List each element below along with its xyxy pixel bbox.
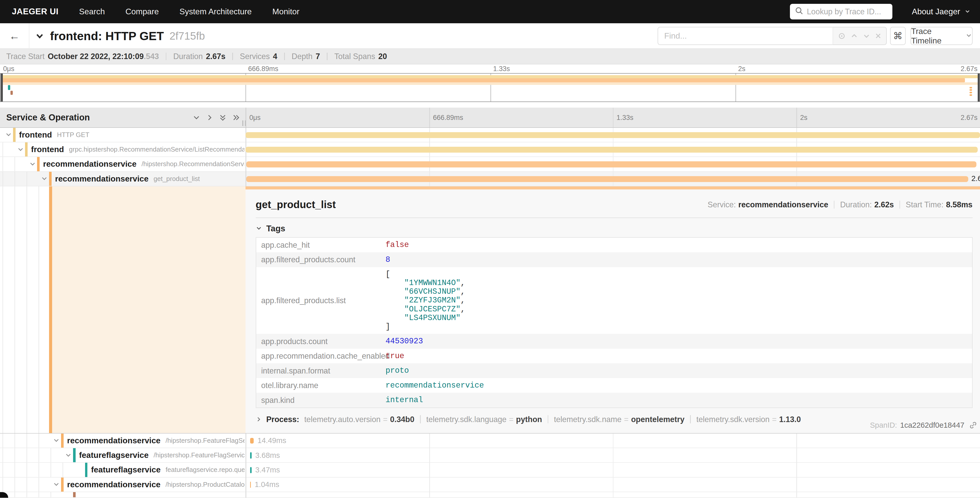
top-nav: JAEGER UI SearchCompareSystem Architectu…	[0, 0, 980, 23]
minimap-left-scrubber[interactable]	[1, 73, 3, 102]
indent-guide	[51, 492, 51, 498]
minimap-tick-label: 2.67s	[961, 65, 977, 73]
detail-meta-label: Duration:	[840, 200, 872, 209]
chevron-down-icon	[965, 7, 970, 16]
span-row[interactable]: recommendationservice/hipstershop.Produc…	[0, 477, 980, 492]
expand-all-icon[interactable]	[232, 113, 240, 122]
span-row[interactable]: frontendHTTP GET	[0, 128, 980, 142]
span-detail-panel: get_product_list Service:recommendations…	[245, 186, 980, 434]
nav-item-compare[interactable]: Compare	[126, 7, 159, 16]
expand-one-icon[interactable]	[206, 113, 214, 122]
tags-section-label: Tags	[266, 224, 285, 233]
chevron-down-icon[interactable]	[29, 161, 36, 168]
span-duration-label: 1.04ms	[255, 480, 279, 489]
tag-value: 8	[385, 252, 390, 267]
next-match-icon[interactable]	[863, 32, 870, 40]
span-row[interactable]: recommendationserviceget_product_list2.6…	[0, 172, 980, 186]
clear-find-icon[interactable]	[875, 32, 881, 39]
minimap-canvas[interactable]	[0, 73, 980, 102]
span-duration-bar[interactable]	[246, 161, 976, 167]
span-operation-name: /hipstershop.FeatureFlagService/Ge...	[154, 452, 244, 459]
span-duration-bar[interactable]	[246, 176, 968, 182]
span-duration-bar[interactable]	[250, 467, 251, 473]
prev-match-icon[interactable]	[851, 32, 858, 40]
link-icon[interactable]	[969, 421, 977, 429]
span-row[interactable]: featureflagservicefeatureflagservice.rep…	[0, 463, 980, 477]
span-operation-name: grpc.hipstershop.RecommendationService/L…	[69, 146, 244, 153]
indent-guide	[3, 477, 3, 492]
separator	[420, 415, 420, 423]
chevron-down-icon[interactable]	[17, 146, 24, 153]
minimap-right-scrubber[interactable]	[978, 73, 980, 102]
process-value: opentelemetry	[631, 415, 684, 424]
span-service-name: recommendationservice	[55, 174, 149, 184]
trace-lookup[interactable]	[790, 4, 892, 19]
chevron-down-icon[interactable]	[41, 176, 48, 182]
trace-lookup-input[interactable]	[807, 7, 882, 16]
collapse-all-icon[interactable]	[219, 113, 227, 122]
separator	[284, 53, 285, 60]
summary-value: 7	[315, 52, 320, 61]
ruler-gridline	[796, 108, 797, 127]
span-duration-bar[interactable]	[250, 438, 254, 444]
span-row[interactable]: frontendgrpc.hipstershop.RecommendationS…	[0, 142, 980, 157]
span-operation-name: /hipstershop.ProductCatalogSer...	[165, 481, 245, 488]
indent-guide	[14, 492, 15, 498]
chevron-down-icon[interactable]	[53, 481, 60, 488]
app-logo[interactable]: JAEGER UI	[12, 6, 58, 16]
back-button[interactable]: ←	[0, 23, 29, 49]
span-row[interactable]: featureflagservice/hipstershop.FeatureFl…	[0, 448, 980, 463]
collapse-one-icon[interactable]	[192, 113, 200, 122]
span-service-name: recommendationservice	[67, 480, 161, 489]
chevron-down-icon	[256, 224, 262, 233]
span-row[interactable]: recommendationservice/hipstershop.Featur…	[0, 434, 980, 448]
nav-item-search[interactable]: Search	[79, 7, 105, 16]
ruler-gridline	[429, 108, 430, 127]
ruler-gridline	[613, 108, 613, 127]
span-service-name: frontend	[19, 130, 52, 140]
process-value: python	[516, 415, 542, 424]
span-row[interactable]	[0, 492, 980, 498]
indent-guide	[3, 186, 3, 433]
about-jaeger-label: About Jaeger	[912, 7, 960, 16]
span-color-chip	[85, 463, 88, 477]
span-duration-label: 3.47ms	[255, 466, 280, 474]
process-row[interactable]: Process: telemetry.auto.version=0.34b0te…	[256, 415, 973, 424]
span-row[interactable]: recommendationservice/hipstershop.Recomm…	[0, 157, 980, 172]
view-mode-label: Trace Timeline	[911, 27, 961, 46]
span-duration-bar[interactable]	[250, 452, 251, 458]
nav-item-system-architecture[interactable]: System Architecture	[180, 7, 252, 16]
nav-item-monitor[interactable]: Monitor	[272, 7, 299, 16]
span-duration-bar[interactable]	[245, 132, 980, 138]
tag-key: otel.library.name	[261, 381, 385, 390]
find-input[interactable]	[658, 27, 833, 45]
keyboard-shortcuts-button[interactable]: ⌘	[890, 27, 906, 45]
focus-match-icon[interactable]	[838, 32, 846, 40]
chevron-down-icon[interactable]	[65, 452, 72, 459]
chevron-down-icon[interactable]	[53, 437, 60, 444]
span-operation-name: /hipstershop.RecommendationService/Lis..…	[142, 160, 245, 168]
nav-menu: SearchCompareSystem ArchitectureMonitor	[59, 7, 299, 16]
span-duration-bar[interactable]	[250, 482, 251, 488]
chevron-down-icon[interactable]	[5, 131, 12, 138]
about-jaeger-menu[interactable]: About Jaeger	[912, 0, 970, 23]
collapse-trace-icon[interactable]	[35, 31, 45, 41]
tag-value: internal	[385, 393, 423, 407]
detail-row-highlight	[52, 186, 246, 433]
minimap-tick-label: 1.33s	[493, 65, 510, 73]
equals-sign: =	[772, 415, 776, 424]
search-icon	[795, 6, 803, 17]
span-color-chip	[73, 492, 75, 498]
view-mode-select[interactable]: Trace Timeline	[910, 27, 972, 45]
indent-guide	[14, 172, 15, 186]
tag-key: app.filtered_products.list	[261, 296, 385, 305]
tag-row: otel.library.namerecommendationservice	[256, 378, 972, 393]
tag-row: app.filtered_products.list[ "1YMWWN1N4O"…	[256, 267, 972, 334]
process-item: telemetry.sdk.name=opentelemetry	[554, 415, 684, 424]
span-duration-bar[interactable]	[245, 147, 978, 153]
tags-section-toggle[interactable]: Tags	[256, 224, 293, 233]
indent-guide	[38, 477, 39, 492]
separator	[327, 53, 327, 60]
span-duration-label: 3.68ms	[255, 451, 280, 460]
tag-row: app.products.count44530923	[256, 334, 972, 348]
